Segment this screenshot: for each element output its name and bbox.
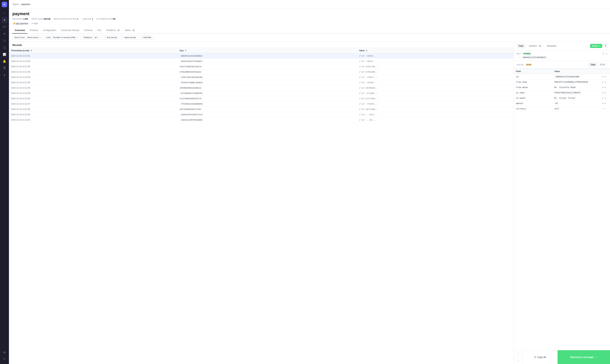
plus-icon: + — [104, 36, 106, 39]
external-link-icon: ↗ — [598, 45, 600, 47]
filter-exclude-icon[interactable]: ▼ — [605, 108, 606, 110]
meta-records: RECORDS 1,958 — [12, 18, 28, 20]
filter-exclude-icon[interactable]: ▼ — [605, 102, 606, 104]
connector-icon[interactable]: ⬡ — [1, 38, 8, 44]
shield-icon[interactable]: 🛡 — [1, 356, 8, 362]
table-row[interactable]: 2024-12-16 14:13:01 -5069441233316650631… — [9, 53, 514, 59]
meta-compacted: IS COMPACTED NO — [96, 18, 116, 20]
table-row[interactable]: 2024-12-16 14:12:58 5172766950465397175 … — [9, 96, 514, 101]
tab-consume[interactable]: Consume — [12, 27, 27, 34]
panel-tab-data[interactable]: Data — [517, 44, 525, 48]
cell-key: -7791959214203885858 — [178, 101, 357, 107]
database-icon[interactable]: 🗄 — [1, 65, 8, 71]
filter-exclude-icon[interactable]: ▼ — [605, 76, 606, 78]
key-format-button[interactable]: + Key format — [103, 35, 119, 40]
close-button[interactable]: ✕ — [604, 44, 607, 48]
records-table-container[interactable]: Timestamp (Local) ⇅ Key ⇅ Value ⇅ — [9, 48, 514, 364]
tab-consumer-groups[interactable]: Consumer Groups — [59, 27, 82, 34]
filter-icon[interactable]: ⊿ — [605, 52, 607, 55]
app-logo[interactable]: K — [2, 2, 7, 7]
copy-all-button[interactable]: ⎘ Copy all — [523, 350, 558, 364]
settings-icon[interactable]: ⚙ — [1, 349, 8, 355]
filter-exclude-icon[interactable]: ▼ — [605, 92, 606, 94]
json-view-button[interactable]: JSON — [597, 63, 607, 66]
limit-filter[interactable]: Limit | Number of records (500) ▼ — [44, 35, 80, 40]
table-row[interactable]: 2024-12-16 14:12:54 -1363522109791018681… — [9, 117, 514, 123]
right-panel: Data Headers 0 Metadata Share ↗ ✕ KEY — [514, 42, 610, 364]
field-cell: to.iban — [514, 90, 552, 95]
flow-icon[interactable]: ⟳ — [1, 31, 8, 37]
table-row[interactable]: 2024-12-16 14:12:56 6677294025926777457 … — [9, 107, 514, 112]
table-row[interactable]: 2024-12-16 14:12:59 -7974675748867369620… — [9, 80, 514, 85]
filter-include-icon[interactable]: ▼ — [602, 102, 604, 104]
add-filter-button[interactable]: + Add filter — [139, 35, 153, 40]
reprocess-button[interactable]: Reprocess message → — [558, 350, 610, 364]
edit-button[interactable]: ✏ Edit — [31, 22, 39, 25]
alert-icon[interactable]: 🔔 — [1, 58, 8, 64]
schema-icon[interactable]: ◫ — [1, 44, 8, 51]
col-timestamp: Timestamp (Local) ⇅ — [9, 48, 178, 53]
copy-icon[interactable]: ⎘ — [603, 52, 604, 55]
value-cell: -5069441233316651000 — [552, 74, 600, 79]
filter-include-icon[interactable]: ▼ — [602, 76, 604, 78]
code-icon[interactable]: </> — [1, 24, 8, 30]
tab-alerts[interactable]: Alerts 0 — [122, 27, 137, 34]
table-row[interactable]: 2024-12-16 14:12:59 -7704778513642546784… — [9, 75, 514, 80]
table-row[interactable]: 2024-12-16 14:12:59 4351773681565750124 … — [9, 64, 514, 69]
cell-timestamp: 2024-12-16 14:13:01 — [9, 53, 178, 59]
table-row[interactable]: 2024-12-16 14:13:00 -3833514922757403657… — [9, 59, 514, 64]
table-view-button[interactable]: Table — [588, 63, 597, 66]
tab-configuration[interactable]: Configuration — [41, 27, 59, 34]
cell-timestamp: 2024-12-16 14:12:55 — [9, 112, 178, 117]
key-section: KEY STRING ⎘ ⊿ 1 -5069441233316650631 — [514, 50, 610, 61]
table-row[interactable]: 2024-12-16 14:12:55 -2445923674150727115… — [9, 112, 514, 117]
field-cell: id — [514, 74, 552, 79]
filter-exclude-icon[interactable]: ▼ — [605, 86, 606, 89]
filter-include-icon[interactable]: ▼ — [602, 86, 604, 89]
copy-icon2: ⎘ — [534, 356, 536, 359]
filter-include-icon[interactable]: ▼ — [602, 92, 604, 94]
value-cell: CR3427602154211706476 — [552, 90, 600, 95]
panel-tab-headers[interactable]: Headers 0 — [527, 44, 544, 48]
partitions-filter[interactable]: Partitions | all ▼ — [81, 35, 101, 40]
monitor-icon[interactable]: 📊 — [1, 51, 8, 57]
filter-include-icon[interactable]: ▼ — [602, 108, 604, 110]
tab-acl[interactable]: ACL — [95, 27, 104, 34]
info-icon[interactable]: ℹ — [1, 72, 8, 78]
table-row[interactable]: 2024-12-16 14:12:59 6796288059193526161 … — [9, 69, 514, 75]
app-tag: app payment — [12, 22, 29, 25]
filter-include-icon[interactable]: ▼ — [602, 81, 604, 83]
table-row[interactable]: 2024-12-16 14:12:57 -7791959214203885858… — [9, 101, 514, 107]
cell-timestamp: 2024-12-16 14:12:59 — [9, 64, 178, 69]
meta-topic-size: TOPIC SIZE 536 KiB — [31, 18, 50, 20]
col-value: Value ⇅ — [357, 48, 514, 53]
show-from-filter[interactable]: Show From | Most recent ▼ — [12, 35, 43, 40]
cell-key: 6677294025926777457 — [178, 107, 357, 112]
show-from-label: Show From — [14, 36, 25, 39]
topics-icon[interactable]: ≡ — [1, 17, 8, 23]
cell-key: -7974675748867369620 — [178, 80, 357, 85]
tab-produce[interactable]: Produce — [27, 27, 40, 34]
panel-tab-metadata[interactable]: Metadata — [545, 44, 558, 48]
meta-min-isr: < MIN ISR 1 — [82, 18, 93, 20]
tab-partitions[interactable]: Partitions 4 — [104, 27, 122, 34]
actions-col-header — [600, 69, 610, 74]
share-button[interactable]: Share ↗ — [590, 44, 602, 48]
table-row[interactable]: 2024-12-16 14:12:59 -6713885961793090701… — [9, 91, 514, 96]
value-table[interactable]: Field Value id -5069441233316651000 ▼ ▼ … — [514, 69, 610, 350]
filter-exclude-icon[interactable]: ▼ — [605, 81, 606, 83]
tab-schema[interactable]: Schema — [82, 27, 95, 34]
limit-label: Limit — [46, 36, 50, 39]
panel-footer: ↑ ↓ ⎘ Copy all Reprocess message → — [514, 350, 610, 364]
table-row[interactable]: 2024-12-16 14:12:59 3870050495520186132 … — [9, 85, 514, 91]
cell-timestamp: 2024-12-16 14:12:54 — [9, 117, 178, 123]
home-icon[interactable]: ⌂ — [1, 10, 8, 16]
scroll-up-button[interactable]: ↑ — [514, 350, 522, 357]
cell-key: -6713885961793090701 — [178, 91, 357, 96]
value-format-button[interactable]: + Value format — [120, 35, 138, 40]
filter-include-icon[interactable]: ▼ — [602, 97, 604, 99]
filter-exclude-icon[interactable]: ▼ — [605, 97, 606, 99]
scroll-down-button[interactable]: ↓ — [514, 357, 522, 364]
topics-link[interactable]: Topics — [12, 3, 19, 5]
cell-timestamp: 2024-12-16 14:12:59 — [9, 80, 178, 85]
